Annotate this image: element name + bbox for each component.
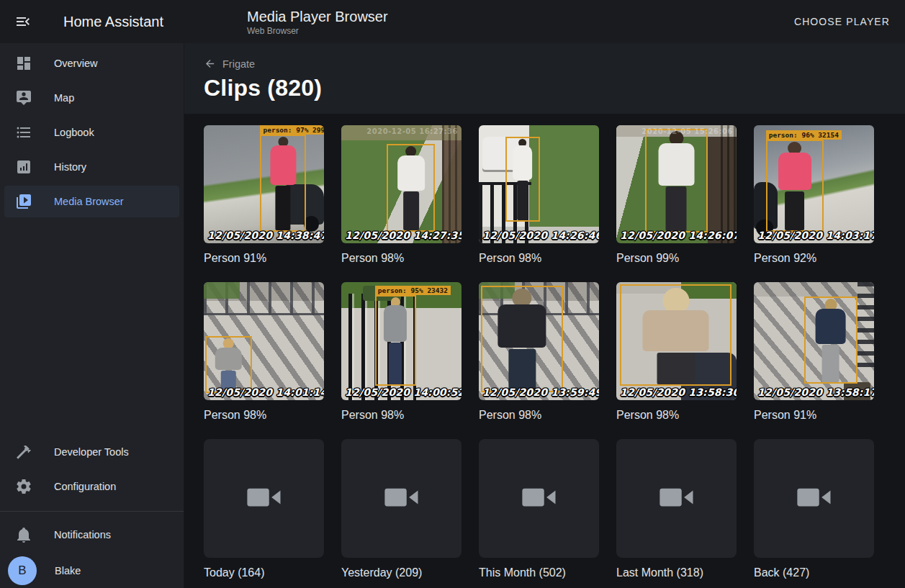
clip-label: Person 98%	[341, 409, 461, 422]
clip-label: Person 98%	[204, 409, 324, 422]
user-name: Blake	[55, 565, 81, 576]
detection-bbox	[505, 137, 540, 222]
clip-tile[interactable]: 12/05/2020 13:59:49Person 98%	[479, 282, 599, 422]
clip-tile[interactable]: 12/05/2020 14:26:46Person 98%	[479, 125, 599, 265]
detection-bbox	[804, 297, 857, 384]
clip-timestamp: 12/05/2020 14:26:07	[620, 230, 737, 241]
camera-osd-timestamp: 2020-12-05 15:26:06	[641, 127, 733, 135]
person-silhouette-part	[270, 145, 296, 185]
folder-thumbnail	[204, 439, 324, 558]
sidebar-item-media-browser[interactable]: Media Browser	[4, 186, 179, 217]
clip-tile[interactable]: 12/05/2020 13:58:17Person 91%	[754, 282, 874, 422]
scene-prop	[204, 282, 240, 299]
person-silhouette	[811, 298, 850, 382]
hammer-icon	[15, 443, 32, 461]
clip-label: Person 92%	[754, 252, 874, 265]
clip-thumbnail: 2020-12-05 16:27:3612/05/2020 14:27:35	[341, 125, 461, 243]
person-silhouette-part	[508, 349, 536, 391]
person-silhouette-part	[498, 304, 546, 348]
person-silhouette-part	[658, 143, 694, 186]
person-silhouette-part	[517, 181, 528, 221]
clip-label: Person 98%	[616, 409, 737, 422]
person-silhouette-part	[657, 353, 695, 384]
clip-thumbnail: 12/05/2020 13:58:30	[616, 282, 737, 400]
clip-label: Person 91%	[754, 409, 874, 422]
view-dashboard-icon	[15, 55, 32, 72]
person-silhouette	[212, 338, 245, 392]
sidebar-item-label: Logbook	[54, 127, 94, 138]
clip-tile[interactable]: person: 95% 2343212/05/2020 14:00:52Pers…	[341, 282, 461, 422]
person-silhouette-part	[215, 348, 242, 370]
sidebar-item-notifications[interactable]: Notifications	[4, 519, 179, 551]
person-silhouette-part	[822, 345, 839, 382]
clip-label: Person 98%	[341, 252, 461, 265]
format-list-bulleted-icon	[15, 124, 32, 141]
home-assistant-window: Home Assistant Media Player Browser Web …	[0, 0, 905, 588]
sidebar: OverviewMapLogbookHistoryMedia Browser D…	[0, 43, 184, 588]
videocam-icon	[657, 484, 696, 513]
clip-thumbnail: 2020-12-05 15:26:0612/05/2020 14:26:07	[616, 125, 737, 243]
clip-label: Person 99%	[616, 252, 737, 265]
detection-bbox	[260, 135, 305, 231]
sidebar-item-logbook[interactable]: Logbook	[4, 117, 179, 148]
person-silhouette	[654, 130, 699, 231]
folder-tile-last-month-318-[interactable]: Last Month (318)	[616, 439, 737, 579]
sidebar-item-label: Notifications	[54, 529, 111, 540]
clip-tile[interactable]: person: 97% 2998812/05/2020 14:38:47Pers…	[204, 125, 324, 265]
sidebar-item-overview[interactable]: Overview	[4, 48, 179, 79]
person-silhouette-part	[778, 153, 811, 190]
person-silhouette-part	[643, 310, 709, 352]
folder-label: Back (427)	[754, 566, 874, 579]
clip-thumbnail: person: 95% 2343212/05/2020 14:00:52	[341, 282, 461, 400]
page-title: Clips (820)	[204, 75, 905, 101]
cog-icon	[15, 478, 32, 495]
clip-timestamp: 12/05/2020 14:03:17	[757, 230, 874, 241]
choose-player-button[interactable]: CHOOSE PLAYER	[788, 10, 896, 33]
folder-tile-yesterday-209-[interactable]: Yesterday (209)	[341, 439, 461, 579]
clip-tile[interactable]: 2020-12-05 16:27:3612/05/2020 14:27:35Pe…	[341, 125, 461, 265]
clip-tile[interactable]: 12/05/2020 14:01:14Person 98%	[204, 282, 324, 422]
media-grid-scroll[interactable]: person: 97% 2998812/05/2020 14:38:47Pers…	[184, 114, 905, 588]
person-silhouette-part	[513, 145, 532, 180]
folder-tile-today-164-[interactable]: Today (164)	[204, 439, 324, 579]
clip-tile[interactable]: 12/05/2020 13:58:30Person 98%	[616, 282, 737, 422]
clip-thumbnail: person: 97% 2998812/05/2020 14:38:47	[204, 125, 324, 243]
bell-icon	[15, 526, 32, 543]
clip-timestamp: 12/05/2020 14:26:46	[482, 230, 599, 241]
detection-bbox	[620, 284, 731, 386]
sidebar-item-map[interactable]: Map	[4, 82, 179, 114]
sidebar-item-user[interactable]: B Blake	[4, 553, 179, 588]
sidebar-item-label: Overview	[54, 58, 97, 69]
camera-osd-timestamp: 2020-12-05 16:27:36	[366, 127, 458, 135]
sidebar-item-label: Map	[54, 92, 74, 104]
avatar: B	[8, 556, 37, 585]
media-titles: Media Player Browser Web Browser	[247, 8, 388, 36]
videocam-icon	[795, 484, 834, 513]
sidebar-item-label: Media Browser	[54, 196, 124, 207]
breadcrumb[interactable]: Frigate	[204, 58, 255, 70]
clip-thumbnail: 12/05/2020 13:58:17	[754, 282, 874, 400]
sidebar-item-history[interactable]: History	[4, 151, 179, 183]
folder-label: This Month (502)	[479, 566, 599, 579]
sidebar-item-configuration[interactable]: Configuration	[4, 471, 179, 502]
sidebar-item-developer-tools[interactable]: Developer Tools	[4, 436, 179, 468]
person-silhouette	[634, 286, 717, 384]
folder-thumbnail	[341, 439, 461, 558]
sidebar-item-label: History	[54, 161, 86, 173]
scene-prop	[857, 282, 874, 367]
person-silhouette	[510, 138, 535, 220]
clip-tile[interactable]: person: 96% 3215412/05/2020 14:03:17Pers…	[754, 125, 874, 265]
folder-tile-this-month-502-[interactable]: This Month (502)	[479, 439, 599, 579]
person-silhouette-part	[389, 343, 402, 385]
clip-tile[interactable]: 2020-12-05 15:26:0612/05/2020 14:26:07Pe…	[616, 125, 737, 265]
videocam-icon	[382, 484, 421, 513]
play-box-multiple-icon	[15, 193, 32, 210]
folder-label: Last Month (318)	[616, 566, 737, 579]
detection-bbox	[481, 286, 563, 392]
menu-open-icon[interactable]	[14, 13, 32, 30]
person-silhouette-part	[666, 186, 687, 231]
person-silhouette-part	[384, 305, 407, 342]
detection-bbox	[766, 140, 824, 232]
folder-tile-back-427-[interactable]: Back (427)	[754, 439, 874, 579]
sidebar-divider	[0, 511, 184, 512]
